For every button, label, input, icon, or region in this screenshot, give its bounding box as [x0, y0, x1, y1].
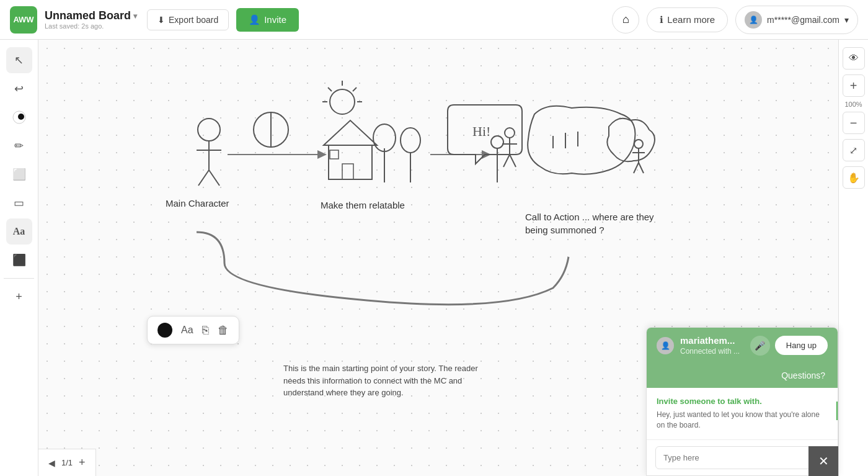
- invite-label: Invite: [264, 14, 286, 25]
- board-title-row: Unnamed Board ▾: [45, 9, 137, 22]
- color-wheel-icon: [10, 108, 29, 127]
- shape-tool[interactable]: ▭: [6, 190, 32, 216]
- hangup-button[interactable]: Hang up: [775, 336, 828, 355]
- house-scene: [322, 81, 420, 182]
- home-button[interactable]: ⌂: [612, 6, 639, 34]
- eraser-icon: ⬜: [12, 168, 26, 181]
- copy-button[interactable]: ⎘: [202, 324, 209, 337]
- hand-tool-button[interactable]: ✋: [843, 166, 865, 189]
- page-navigation: ◀ 1/1 +: [38, 449, 96, 476]
- export-icon: ⬇: [157, 15, 165, 25]
- export-label: Export board: [169, 15, 218, 25]
- sidebar: ↖ ↩ ✏ ⬜ ▭ Aa ⬛ +: [0, 40, 38, 476]
- export-button[interactable]: ⬇ Export board: [147, 9, 229, 30]
- call-to-action-label: Call to Action ... where are they being …: [525, 210, 662, 236]
- app-logo: AWW: [10, 6, 37, 34]
- user-dropdown-arrow: ▾: [844, 15, 849, 25]
- fullscreen-button[interactable]: ⤢: [843, 139, 865, 161]
- zoom-out-button[interactable]: −: [843, 112, 865, 134]
- sidebar-divider: [4, 278, 34, 279]
- svg-point-1: [18, 114, 24, 120]
- svg-point-22: [373, 124, 396, 151]
- hand-icon: ✋: [848, 172, 860, 184]
- add-page-button[interactable]: +: [76, 454, 88, 472]
- main-character-label: Main Character: [166, 198, 229, 209]
- make-relatable-label: Make them relatable: [321, 200, 405, 210]
- svg-line-16: [353, 88, 356, 91]
- page-indicator: 1/1: [61, 458, 73, 467]
- pen-tool[interactable]: ✏: [6, 133, 32, 159]
- info-icon: ℹ: [660, 14, 663, 25]
- prev-page-button[interactable]: ◀: [46, 456, 58, 470]
- text-toolbar: Aa ⎘ 🗑: [147, 316, 239, 344]
- svg-line-5: [198, 170, 209, 186]
- undo-icon: ↩: [14, 82, 24, 96]
- font-button[interactable]: Aa: [181, 325, 193, 336]
- creature-right: [607, 119, 655, 162]
- shape-icon: ▭: [14, 196, 24, 210]
- chat-status: Connected with ...: [680, 347, 740, 356]
- svg-line-40: [634, 163, 639, 173]
- coin-symbol: [254, 112, 288, 147]
- svg-point-29: [505, 128, 515, 138]
- svg-point-28: [491, 136, 503, 148]
- svg-line-41: [639, 163, 644, 173]
- svg-point-2: [198, 119, 220, 141]
- questions-button[interactable]: Questions?: [647, 363, 838, 388]
- plus-icon: +: [16, 290, 22, 303]
- arrow-1: [228, 150, 327, 159]
- invite-button[interactable]: 👤 Invite: [236, 8, 299, 32]
- chat-username: mariathem...: [680, 335, 740, 346]
- color-picker[interactable]: [6, 104, 32, 130]
- eye-button[interactable]: 👁: [843, 47, 865, 70]
- board-title-text: Unnamed Board: [45, 9, 131, 22]
- learn-more-label: Learn more: [667, 14, 715, 25]
- pen-icon: ✏: [14, 139, 24, 153]
- right-panel: 👁 + 100% − ⤢ ✋: [838, 40, 868, 476]
- delete-button[interactable]: 🗑: [218, 324, 229, 337]
- user-avatar: 👤: [745, 11, 762, 29]
- invite-icon: 👤: [249, 14, 260, 25]
- close-chat-button[interactable]: ✕: [808, 446, 838, 476]
- svg-point-24: [401, 128, 420, 153]
- svg-line-33: [510, 155, 516, 167]
- add-tool[interactable]: +: [6, 284, 32, 310]
- chat-avatar: 👤: [657, 337, 674, 354]
- chat-user-info: 👤 mariathem... Connected with ...: [657, 335, 740, 356]
- color-picker-dot[interactable]: [157, 323, 172, 338]
- chat-input[interactable]: [655, 446, 829, 469]
- zoom-label: 100%: [844, 101, 862, 108]
- svg-line-6: [209, 170, 219, 186]
- svg-rect-19: [342, 164, 353, 179]
- zoom-control: + 100% −: [843, 74, 865, 134]
- svg-marker-18: [324, 120, 377, 145]
- text-icon: Aa: [13, 226, 25, 237]
- chat-close-wrapper: ✕: [808, 446, 838, 476]
- svg-point-37: [634, 140, 643, 148]
- chat-invite-message: Hey, just wanted to let you know that yo…: [657, 410, 828, 431]
- speech-bubble-text: Hi!: [472, 123, 490, 139]
- board-subtitle: Last saved: 2s ago.: [45, 22, 137, 30]
- mic-icon: 🎤: [755, 341, 765, 351]
- board-dropdown-arrow[interactable]: ▾: [133, 12, 137, 20]
- zoom-in-button[interactable]: +: [843, 74, 865, 97]
- learn-more-button[interactable]: ℹ Learn more: [647, 7, 728, 32]
- undo-tool[interactable]: ↩: [6, 76, 32, 102]
- mic-button[interactable]: 🎤: [750, 336, 770, 356]
- home-icon: ⌂: [622, 13, 629, 26]
- user-menu-button[interactable]: 👤 m*****@gmail.com ▾: [735, 6, 858, 34]
- figure-far-right: [632, 140, 645, 173]
- sticky-icon: ⬛: [12, 253, 26, 267]
- chat-invite-title: Invite someone to talk with.: [657, 397, 828, 406]
- eraser-tool[interactable]: ⬜: [6, 161, 32, 187]
- eye-icon: 👁: [849, 53, 859, 64]
- body-text: This is the main starting point of your …: [283, 362, 494, 399]
- user-email: m*****@gmail.com: [767, 15, 839, 25]
- select-tool[interactable]: ↖: [6, 47, 32, 73]
- chat-collapse-btn[interactable]: ▶: [836, 402, 838, 420]
- chat-call-header: 👤 mariathem... Connected with ... 🎤 Hang…: [647, 328, 838, 363]
- text-tool[interactable]: Aa: [6, 218, 32, 245]
- sticky-tool[interactable]: ⬛: [6, 247, 32, 273]
- cursor-icon: ↖: [14, 53, 24, 67]
- app-header: AWW Unnamed Board ▾ Last saved: 2s ago. …: [0, 0, 868, 40]
